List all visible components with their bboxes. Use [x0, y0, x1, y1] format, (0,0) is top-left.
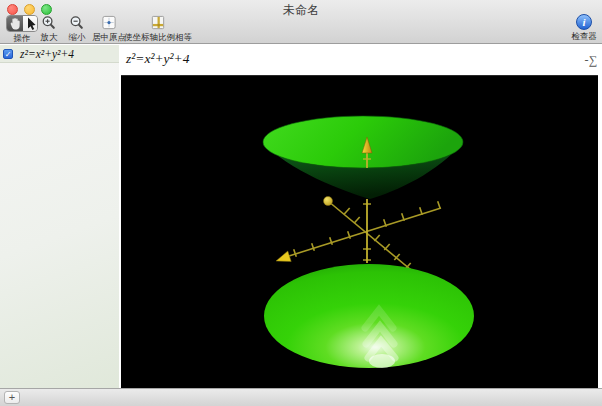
hand-tool-button[interactable] — [7, 16, 23, 31]
bottom-bar: + — [0, 388, 602, 406]
main-area: z²=x²+y²+4 -∑ — [119, 45, 602, 388]
upper-sheet-interior — [263, 116, 463, 168]
equation-list-formula: z²=x²+y²+4 — [20, 48, 74, 60]
zoom-out-button[interactable]: 缩小 — [66, 15, 88, 44]
center-origin-icon — [101, 15, 117, 31]
zoom-in-label: 放大 — [38, 32, 60, 44]
cursor-arrow-icon — [23, 16, 38, 32]
info-icon: i — [576, 14, 592, 30]
equal-axes-icon — [150, 15, 166, 31]
inspector-label: 检查器 — [566, 31, 602, 43]
equation-visible-checkbox[interactable] — [3, 49, 13, 59]
select-tool-button[interactable] — [23, 16, 38, 31]
action-label: 操作 — [6, 33, 38, 45]
y-axis-ball-end — [324, 197, 333, 206]
x-axis-arrowhead — [276, 251, 291, 262]
grapher-window: 未命名 操作 — [0, 0, 602, 406]
dome-highlight-core — [369, 354, 395, 368]
equation-bar[interactable]: z²=x²+y²+4 -∑ — [119, 45, 602, 75]
inspector-button[interactable]: i 检查器 — [566, 14, 602, 43]
zoom-in-button[interactable]: 放大 — [38, 15, 60, 44]
equation-palette-button[interactable]: -∑ — [584, 53, 597, 68]
hyperboloid-plot — [121, 76, 598, 389]
equation-list-sidebar: z²=x²+y²+4 — [0, 45, 119, 388]
equation-text[interactable]: z²=x²+y²+4 — [126, 51, 189, 67]
equal-axes-label: 使坐标轴比例相等 — [122, 32, 194, 44]
magnifier-minus-icon — [69, 15, 85, 31]
action-segmented-control — [6, 15, 38, 32]
equation-list-row[interactable]: z²=x²+y²+4 — [0, 45, 119, 63]
add-equation-button[interactable]: + — [4, 391, 20, 404]
titlebar-toolbar: 未命名 操作 — [0, 0, 602, 44]
magnifier-plus-icon — [41, 15, 57, 31]
zoom-out-label: 缩小 — [66, 32, 88, 44]
action-tool-group: 操作 — [6, 15, 38, 45]
plot-3d-view[interactable] — [121, 75, 598, 388]
equal-axes-button[interactable]: 使坐标轴比例相等 — [122, 15, 194, 44]
hand-icon — [7, 16, 23, 32]
